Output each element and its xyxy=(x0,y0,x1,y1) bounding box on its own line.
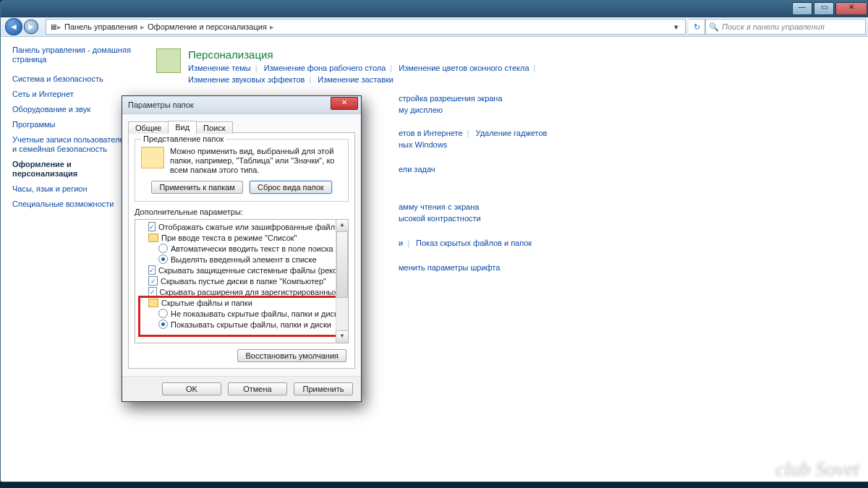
tree-label: Не показывать скрытые файлы, папки и дис… xyxy=(171,309,342,318)
breadcrumb-category[interactable]: Оформление и персонализация xyxy=(148,22,267,31)
search-placeholder: Поиск в панели управления xyxy=(722,22,825,31)
search-icon: 🔍 xyxy=(709,22,719,32)
tree-row[interactable]: Показывать скрытые файлы, папки и диски xyxy=(138,319,348,330)
refresh-button[interactable]: ↻ xyxy=(689,19,705,35)
sidebar-item[interactable]: Оборудование и звук xyxy=(12,105,132,114)
group-description: Можно применить вид, выбранный для этой … xyxy=(170,147,342,175)
maximize-button[interactable]: ▭ xyxy=(814,2,834,15)
dialog-close-button[interactable]: ✕ xyxy=(331,97,358,110)
tab-search[interactable]: Поиск xyxy=(196,121,232,134)
cancel-button[interactable]: Отмена xyxy=(228,382,287,395)
dialog-titlebar[interactable]: Параметры папок ✕ xyxy=(122,96,361,114)
folder-icon xyxy=(148,299,158,307)
link-partial[interactable]: и xyxy=(399,239,403,247)
tree-row[interactable]: Автоматически вводить текст в поле поиск… xyxy=(138,243,348,254)
link-partial[interactable]: ели задач xyxy=(399,165,435,174)
sidebar-item-active[interactable]: Оформление и персонализация xyxy=(12,160,132,179)
back-button[interactable]: ◄ xyxy=(5,18,22,35)
folder-icon xyxy=(148,234,158,242)
tree-row[interactable]: При вводе текста в режиме "Список" xyxy=(138,232,348,243)
folder-icon xyxy=(141,147,164,168)
link-partial[interactable]: менить параметры шрифта xyxy=(399,263,500,272)
navigation-bar: ◄ ► 🖥 ▸ Панель управления ▸ Оформление и… xyxy=(1,17,868,37)
sidebar-item[interactable]: Часы, язык и регион xyxy=(12,184,132,194)
tab-view[interactable]: Вид xyxy=(168,121,197,134)
folder-options-dialog: Параметры папок ✕ Общие Вид Поиск Предст… xyxy=(122,95,362,402)
tree-label: При вводе текста в режиме "Список" xyxy=(161,234,297,242)
dialog-title-text: Параметры папок xyxy=(128,100,194,109)
ok-button[interactable]: OK xyxy=(162,382,221,395)
tree-label: Скрывать расширения для зарегистрированн… xyxy=(160,288,348,296)
checkbox-icon[interactable]: ✓ xyxy=(148,276,158,286)
dialog-footer: OK Отмена Применить xyxy=(122,376,361,401)
link-partial[interactable]: ысокой контрастности xyxy=(399,214,481,223)
tab-page-view: Представление папок Можно применить вид,… xyxy=(128,132,355,369)
minimize-button[interactable]: — xyxy=(792,2,812,15)
breadcrumb-root[interactable]: Панель управления xyxy=(64,22,137,31)
apply-to-folders-button[interactable]: Применить к папкам xyxy=(151,181,243,194)
sidebar-item[interactable]: Специальные возможности xyxy=(12,200,132,209)
tree-label: Показывать скрытые файлы, папки и диски xyxy=(171,320,331,329)
tree-scrollbar[interactable]: ▲ ▼ xyxy=(336,220,348,343)
tree-label: Автоматически вводить текст в поле поиск… xyxy=(171,244,333,253)
folder-views-group: Представление папок Можно применить вид,… xyxy=(135,139,349,202)
personalization-icon xyxy=(156,48,181,73)
tree-row[interactable]: ✓Отображать сжатые или зашифрованные фай… xyxy=(138,221,348,232)
link-partial[interactable]: амму чтения с экрана xyxy=(399,202,479,211)
tree-label: Скрытые файлы и папки xyxy=(161,299,252,307)
link[interactable]: Изменение цветов оконного стекла xyxy=(399,64,529,72)
close-button[interactable]: ✕ xyxy=(835,2,867,15)
link[interactable]: Изменение фона рабочего стола xyxy=(264,64,386,72)
sidebar-home[interactable]: Панель управления - домашняя страница xyxy=(12,46,132,64)
radio-icon[interactable] xyxy=(158,309,168,318)
advanced-settings-tree[interactable]: ✓Отображать сжатые или зашифрованные фай… xyxy=(135,219,349,343)
address-bar[interactable]: 🖥 ▸ Панель управления ▸ Оформление и пер… xyxy=(46,19,686,35)
restore-defaults-button[interactable]: Восстановить умолчания xyxy=(237,349,346,362)
control-panel-icon: 🖥 xyxy=(49,22,57,31)
tree-row[interactable]: Не показывать скрытые файлы, папки и дис… xyxy=(138,308,348,319)
radio-icon[interactable] xyxy=(158,320,168,329)
sidebar-item[interactable]: Сеть и Интернет xyxy=(12,90,132,99)
category-title[interactable]: Персонализация xyxy=(188,48,540,61)
apply-button[interactable]: Применить xyxy=(294,382,353,395)
radio-icon[interactable] xyxy=(158,254,168,264)
checkbox-icon[interactable]: ✓ xyxy=(148,222,156,231)
link-partial[interactable]: Показ скрытых файлов и папок xyxy=(416,239,532,247)
link-partial[interactable]: етов в Интернете xyxy=(399,129,463,137)
category-personalization: Персонализация Изменение темы| Изменение… xyxy=(156,48,854,84)
scroll-up-icon[interactable]: ▲ xyxy=(336,219,349,232)
sidebar-item[interactable]: Программы xyxy=(12,120,132,129)
address-dropdown-icon[interactable]: ▾ xyxy=(671,22,682,32)
link-partial[interactable]: му дисплею xyxy=(399,106,443,114)
radio-icon[interactable] xyxy=(158,244,168,253)
reset-folders-button[interactable]: Сброс вида папок xyxy=(250,181,332,194)
checkbox-icon[interactable]: ✓ xyxy=(148,265,156,275)
link-partial[interactable]: стройка разрешения экрана xyxy=(399,94,503,103)
sidebar: Панель управления - домашняя страница Си… xyxy=(1,37,137,481)
link-partial[interactable]: ных Windows xyxy=(399,140,447,149)
tree-label: Отображать сжатые или зашифрованные файл… xyxy=(158,223,349,231)
tree-label: Выделять введенный элемент в списке xyxy=(171,255,317,264)
sidebar-item[interactable]: Учетные записи пользователей и семейная … xyxy=(12,135,132,154)
sidebar-item[interactable]: Система и безопасность xyxy=(12,74,132,84)
tree-row[interactable]: ✓Скрывать расширения для зарегистрирован… xyxy=(138,286,348,297)
tree-row[interactable]: ✓Скрывать защищенные системные файлы (ре… xyxy=(138,265,348,275)
scroll-thumb[interactable] xyxy=(336,231,348,298)
link[interactable]: Изменение темы xyxy=(188,64,251,72)
checkbox-icon[interactable]: ✓ xyxy=(148,287,157,296)
tree-row[interactable]: ✓Скрывать пустые диски в папке "Компьюте… xyxy=(138,275,348,286)
search-input[interactable]: 🔍 Поиск в панели управления xyxy=(705,19,866,35)
group-legend: Представление папок xyxy=(141,134,226,143)
titlebar: — ▭ ✕ xyxy=(1,1,868,17)
tab-strip: Общие Вид Поиск xyxy=(128,117,355,133)
tab-general[interactable]: Общие xyxy=(128,121,169,134)
link-partial[interactable]: Удаление гаджетов xyxy=(476,129,548,137)
tree-row[interactable]: Выделять введенный элемент в списке xyxy=(138,254,348,265)
forward-button[interactable]: ► xyxy=(24,20,38,34)
link[interactable]: Изменение заставки xyxy=(318,75,393,84)
tree-label: Скрывать защищенные системные файлы (рек… xyxy=(158,266,349,275)
tree-label: Скрывать пустые диски в папке "Компьютер… xyxy=(161,277,326,286)
link[interactable]: Изменение звуковых эффектов xyxy=(188,75,305,84)
tree-row[interactable]: Скрытые файлы и папки xyxy=(138,297,348,308)
scroll-down-icon[interactable]: ▼ xyxy=(336,330,349,343)
